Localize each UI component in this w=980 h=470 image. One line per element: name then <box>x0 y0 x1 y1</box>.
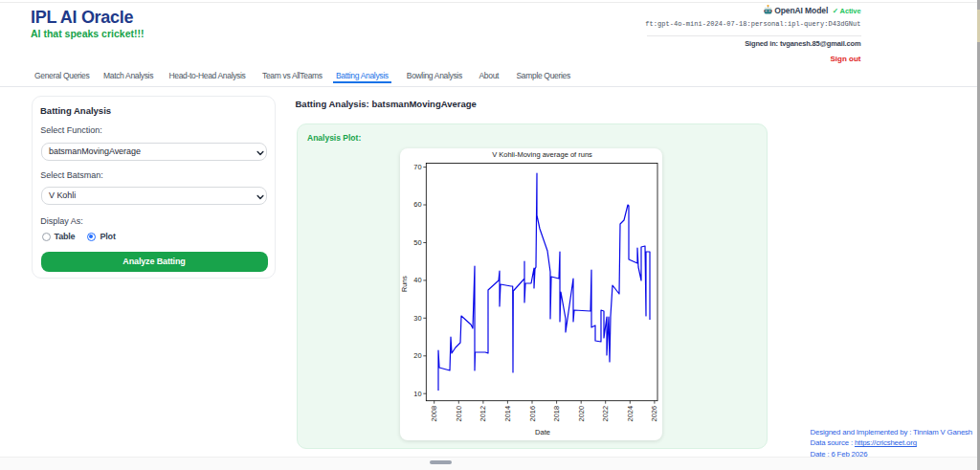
svg-text:2020: 2020 <box>577 406 586 421</box>
svg-text:Runs: Runs <box>400 276 409 292</box>
svg-text:2008: 2008 <box>430 406 438 421</box>
svg-text:V Kohli-Moving average of runs: V Kohli-Moving average of runs <box>492 150 592 159</box>
svg-text:50: 50 <box>413 238 421 247</box>
svg-text:20: 20 <box>413 351 421 360</box>
svg-text:2012: 2012 <box>479 406 487 421</box>
svg-text:2016: 2016 <box>528 406 537 421</box>
svg-text:30: 30 <box>413 314 421 323</box>
svg-text:Date: Date <box>535 428 550 436</box>
svg-text:2022: 2022 <box>601 406 610 421</box>
svg-text:10: 10 <box>413 390 421 398</box>
svg-text:2024: 2024 <box>626 406 635 421</box>
svg-text:2018: 2018 <box>552 406 561 421</box>
svg-text:70: 70 <box>413 163 421 171</box>
svg-text:2014: 2014 <box>503 406 512 421</box>
svg-text:2010: 2010 <box>455 406 463 421</box>
svg-text:60: 60 <box>413 200 421 209</box>
svg-text:40: 40 <box>413 276 421 284</box>
svg-text:2026: 2026 <box>650 406 658 421</box>
